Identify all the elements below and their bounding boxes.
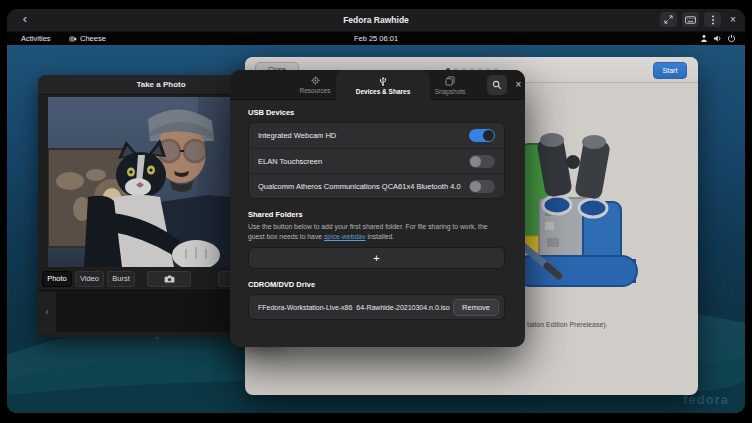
menu-button[interactable] xyxy=(704,12,721,27)
close-icon: × xyxy=(516,79,522,90)
resources-icon xyxy=(311,76,320,85)
cdrom-row: FFedora-Workstation-Live-x86_64-Rawhide-… xyxy=(248,294,505,320)
dialog-close-button[interactable]: × xyxy=(512,77,525,93)
start-button[interactable]: Start xyxy=(653,62,687,79)
clock[interactable]: Feb 25 06:01 xyxy=(7,32,745,45)
window-title: Fedora Rawhide xyxy=(7,9,745,32)
usb-devices-header: USB Devices xyxy=(248,108,505,117)
shared-folders-description: Use the button below to add your first s… xyxy=(248,222,505,242)
cdrom-header: CDROM/DVD Drive xyxy=(248,280,505,289)
usb-device-name: Qualcomm Atheros Communications QCA61x4 … xyxy=(258,182,469,191)
gnome-topbar: Activities Cheese Feb 25 06:01 xyxy=(7,32,745,45)
remove-iso-button[interactable]: Remove xyxy=(453,299,499,316)
menu-icon xyxy=(711,15,715,25)
shared-folders-header: Shared Folders xyxy=(248,210,505,219)
take-photo-button[interactable] xyxy=(147,271,191,287)
gallery-scroll-left-button[interactable]: ‹ xyxy=(38,291,56,333)
keyboard-button[interactable] xyxy=(682,12,699,27)
properties-dialog: Resources Devices & Shares Snapshots × U… xyxy=(230,70,525,347)
usb-device-row: ELAN Touchscreen xyxy=(249,148,504,173)
spice-webdav-link[interactable]: spice-webdav xyxy=(324,233,366,240)
fullscreen-icon xyxy=(664,15,673,24)
volume-icon xyxy=(713,34,722,43)
chevron-left-icon: ‹ xyxy=(46,307,49,317)
vm-screen: ‹ Fedora Rawhide × Activities Cheese Feb… xyxy=(7,9,745,413)
window-titlebar: ‹ Fedora Rawhide × xyxy=(7,9,745,32)
search-icon xyxy=(492,80,502,90)
usb-icon xyxy=(379,76,387,86)
snapshots-icon xyxy=(445,76,455,86)
usb-device-toggle[interactable] xyxy=(469,180,495,193)
iso-file-name: FFedora-Workstation-Live-x86_64-Rawhide-… xyxy=(258,304,453,311)
prerelease-caption: tation Edition Prerelease). xyxy=(527,321,608,328)
close-window-button[interactable]: × xyxy=(726,12,740,27)
power-icon xyxy=(727,34,736,43)
plus-icon: + xyxy=(373,252,379,264)
usb-device-row: Integrated Webcam HD xyxy=(249,123,504,148)
usb-device-toggle[interactable] xyxy=(469,129,495,142)
tab-photo[interactable]: Photo xyxy=(42,271,72,287)
usb-device-name: ELAN Touchscreen xyxy=(258,157,469,166)
usb-device-name: Integrated Webcam HD xyxy=(258,131,469,140)
usb-devices-list: Integrated Webcam HD ELAN Touchscreen Qu… xyxy=(248,122,505,199)
person-icon xyxy=(700,34,708,43)
search-button[interactable] xyxy=(487,75,507,95)
add-shared-folder-button[interactable]: + xyxy=(248,247,505,269)
usb-device-toggle[interactable] xyxy=(469,155,495,168)
tab-video[interactable]: Video xyxy=(75,271,104,287)
dialog-header: Resources Devices & Shares Snapshots × xyxy=(230,70,525,100)
tab-snapshots[interactable]: Snapshots xyxy=(406,70,494,100)
tab-burst[interactable]: Burst xyxy=(107,271,135,287)
camera-icon xyxy=(164,275,175,283)
close-icon: × xyxy=(730,14,736,25)
usb-device-row: Qualcomm Atheros Communications QCA61x4 … xyxy=(249,173,504,198)
fullscreen-button[interactable] xyxy=(660,12,677,27)
keyboard-icon xyxy=(685,16,696,24)
system-tray[interactable] xyxy=(700,32,736,45)
